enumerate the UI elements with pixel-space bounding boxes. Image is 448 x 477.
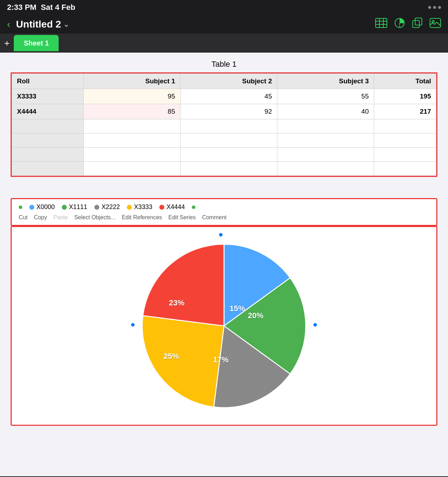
cell-empty-8[interactable] [180,133,277,148]
cell-empty-9[interactable] [277,133,374,148]
col-subject1: Subject 1 [83,74,180,89]
cell-roll-2[interactable]: X4444 [12,104,84,119]
cell-s2-2[interactable]: 92 [180,104,277,119]
cell-empty-1[interactable] [12,119,84,133]
cell-total-2[interactable]: 217 [374,104,436,119]
legend-dot-x3333 [127,205,132,210]
toolbar: ‹ Untitled 2 ⌄ [0,15,448,34]
legend-row: X0000 X1111 X2222 X3333 X4444 [19,203,429,211]
table-view-icon[interactable] [375,18,387,30]
sheet-bar: + Sheet 1 [0,34,448,53]
table-container: Roll Subject 1 Subject 2 Subject 3 Total… [11,72,437,177]
cell-empty-19[interactable] [277,162,374,176]
svg-rect-7 [413,20,419,28]
context-menu-row: Cut Copy Paste Select Objects... Edit Re… [19,213,429,221]
document-title-group: Untitled 2 ⌄ [16,19,69,30]
cell-s3-2[interactable]: 40 [277,104,374,119]
legend-container: X0000 X1111 X2222 X3333 X4444 Cut [11,198,437,226]
legend-label-x1111: X1111 [69,203,87,211]
status-dots [428,6,441,9]
table-row-empty-4 [12,162,436,176]
pie-chart: 15% 20% 17% 25% 23% [132,234,316,418]
dot-1 [428,6,431,9]
title-chevron[interactable]: ⌄ [63,20,69,29]
legend-label-x3333: X3333 [134,203,152,211]
cell-empty-5[interactable] [374,119,436,133]
cell-empty-20[interactable] [374,162,436,176]
legend-item-x4444[interactable]: X4444 [159,203,185,211]
dot-3 [438,6,441,9]
svg-rect-8 [430,18,441,28]
cell-empty-15[interactable] [374,148,436,162]
cell-empty-13[interactable] [180,148,277,162]
cell-empty-3[interactable] [180,119,277,133]
context-paste[interactable]: Paste [53,214,68,221]
legend-right-dot [192,205,195,209]
handle-left[interactable] [130,322,135,327]
status-bar: 2:33 PM Sat 4 Feb [0,0,448,15]
cell-empty-11[interactable] [12,148,84,162]
cell-empty-17[interactable] [83,162,180,176]
context-edit-series[interactable]: Edit Series [169,214,196,221]
col-subject3: Subject 3 [277,74,374,89]
legend-label-x2222: X2222 [101,203,120,211]
cell-empty-7[interactable] [83,133,180,148]
main-content: Table 1 Roll Subject 1 Subject 2 Subject… [0,53,448,476]
svg-rect-6 [415,18,422,25]
legend-item-x2222[interactable]: X2222 [94,203,120,211]
media-icon[interactable] [430,18,441,30]
col-total: Total [374,74,436,89]
table-row: X3333 95 45 55 195 [12,89,436,104]
add-sheet-button[interactable]: + [4,38,10,49]
table-row: X4444 85 92 40 217 [12,104,436,119]
legend-dot-x2222 [94,205,99,210]
handle-right[interactable] [313,322,318,327]
back-button[interactable]: ‹ [7,19,10,30]
toolbar-icons [375,18,441,31]
cell-empty-2[interactable] [83,119,180,133]
cell-empty-12[interactable] [83,148,180,162]
col-roll: Roll [12,74,84,89]
context-select-objects[interactable]: Select Objects... [74,214,116,221]
cell-s3-1[interactable]: 55 [277,89,374,104]
context-copy[interactable]: Copy [34,214,47,221]
context-cut[interactable]: Cut [19,214,28,221]
document-title: Untitled 2 [16,19,61,30]
chart-icon[interactable] [394,18,405,31]
cell-empty-6[interactable] [12,133,84,148]
sheet-tab-1[interactable]: Sheet 1 [14,35,59,51]
table-row-empty-2 [12,133,436,148]
legend-dot-x4444 [159,205,164,210]
legend-item-x3333[interactable]: X3333 [127,203,152,211]
legend-label-x4444: X4444 [166,203,185,211]
legend-item-x1111[interactable]: X1111 [62,203,87,211]
legend-item-x0000[interactable]: X0000 [29,203,55,211]
context-edit-references[interactable]: Edit References [122,214,162,221]
cell-empty-16[interactable] [12,162,84,176]
cell-empty-10[interactable] [374,133,436,148]
col-subject2: Subject 2 [180,74,277,89]
spreadsheet: Roll Subject 1 Subject 2 Subject 3 Total… [12,73,436,176]
dot-2 [433,6,436,9]
context-comment[interactable]: Comment [202,214,226,221]
table-title: Table 1 [11,60,437,69]
pie-svg [132,234,316,418]
status-time: 2:33 PM Sat 4 Feb [7,3,75,12]
cell-empty-14[interactable] [277,148,374,162]
header-row: Roll Subject 1 Subject 2 Subject 3 Total [12,74,436,89]
table-row-empty-1 [12,119,436,133]
table-row-empty-3 [12,148,436,162]
layers-icon[interactable] [412,18,423,31]
cell-s1-1[interactable]: 95 [83,89,180,104]
cell-roll-1[interactable]: X3333 [12,89,84,104]
cell-empty-18[interactable] [180,162,277,176]
svg-point-9 [432,20,434,23]
cell-s2-1[interactable]: 45 [180,89,277,104]
svg-rect-0 [376,18,387,28]
legend-dot-x1111 [62,205,67,210]
cell-empty-4[interactable] [277,119,374,133]
legend-left-dot [19,205,22,209]
cell-s1-2[interactable]: 85 [83,104,180,119]
legend-dot-x0000 [29,205,34,210]
cell-total-1[interactable]: 195 [374,89,436,104]
